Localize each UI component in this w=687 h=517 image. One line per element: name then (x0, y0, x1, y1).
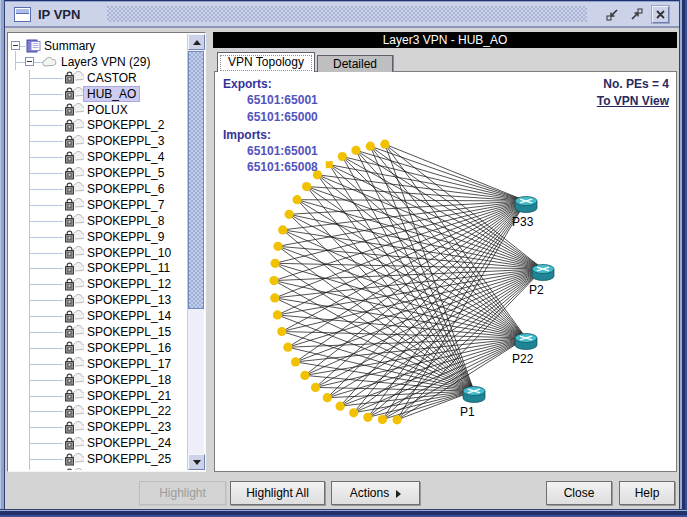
tree-node-spokeppl_7[interactable]: SPOKEPPL_7 (9, 197, 187, 213)
ce-node[interactable] (285, 210, 294, 219)
ce-node[interactable] (283, 343, 292, 352)
tree-node-spokeppl_13[interactable]: SPOKEPPL_13 (9, 292, 187, 308)
ce-node[interactable] (366, 142, 375, 151)
lock-cloud-icon (64, 421, 84, 434)
window-border-bottom (0, 509, 687, 517)
tree-node-spokeppl_3[interactable]: SPOKEPPL_3 (9, 133, 187, 149)
ce-node[interactable] (393, 415, 402, 424)
lock-cloud-icon (64, 453, 84, 466)
tree-node-spokeppl_24[interactable]: SPOKEPPL_24 (9, 435, 187, 451)
tree-node-spokeppl_8[interactable]: SPOKEPPL_8 (9, 213, 187, 229)
scroll-down-button[interactable] (188, 454, 205, 470)
tree-node-spokeppl_9[interactable]: SPOKEPPL_9 (9, 229, 187, 245)
tree-node-layer3-vpn[interactable]: Layer3 VPN (29) (9, 54, 187, 70)
pe-label: P1 (460, 405, 475, 419)
pe-label: P22 (512, 352, 534, 366)
tree-node-partial[interactable]: SPOKEPPL_26 (9, 467, 187, 470)
tree-node-summary[interactable]: Summary (9, 38, 187, 54)
ce-node[interactable] (278, 225, 287, 234)
ce-node[interactable] (302, 182, 311, 191)
lock-cloud-icon (64, 214, 84, 227)
pe-label: P2 (529, 283, 544, 297)
tree-node-spokeppl_16[interactable]: SPOKEPPL_16 (9, 340, 187, 356)
lock-cloud-icon (64, 278, 84, 291)
pe-node-P1[interactable]: P1 (460, 387, 485, 420)
tree-node-spokeppl_12[interactable]: SPOKEPPL_12 (9, 276, 187, 292)
close-icon[interactable] (652, 6, 669, 23)
lock-cloud-icon (64, 389, 84, 402)
tree-node-spokeppl_10[interactable]: SPOKEPPL_10 (9, 245, 187, 261)
tree-node-hub_ao[interactable]: HUB_AO (9, 86, 187, 102)
ce-node[interactable] (349, 408, 358, 417)
ce-node[interactable] (326, 161, 333, 168)
exports-label: Exports: (223, 77, 272, 91)
actions-button[interactable]: Actions (331, 481, 420, 505)
window-title: IP VPN (38, 7, 80, 22)
tree-node-spokeppl_15[interactable]: SPOKEPPL_15 (9, 324, 187, 340)
ce-node[interactable] (269, 276, 278, 285)
tree-node-spokeppl_6[interactable]: SPOKEPPL_6 (9, 181, 187, 197)
tab-detailed[interactable]: Detailed (317, 55, 393, 72)
ce-node[interactable] (380, 140, 389, 149)
ce-node[interactable] (273, 310, 282, 319)
ce-node[interactable] (336, 402, 345, 411)
ce-node[interactable] (277, 327, 286, 336)
tree-scrollbar[interactable] (187, 34, 204, 470)
ce-node[interactable] (291, 357, 300, 366)
vpn-tree[interactable]: SummaryLayer3 VPN (29)CASTORHUB_AOPOLUXS… (9, 34, 187, 470)
lock-cloud-icon (64, 294, 84, 307)
imports-label: Imports: (223, 128, 271, 142)
lock-cloud-icon (64, 182, 84, 195)
summary-icon (26, 39, 41, 53)
ce-node[interactable] (311, 383, 320, 392)
lock-cloud-icon (64, 357, 84, 370)
import-target: 65101:65008 (247, 160, 318, 174)
help-button[interactable]: Help (619, 481, 675, 505)
highlight-button[interactable]: Highlight (139, 481, 226, 505)
tree-node-spokeppl_14[interactable]: SPOKEPPL_14 (9, 308, 187, 324)
tree-node-spokeppl_22[interactable]: SPOKEPPL_22 (9, 403, 187, 419)
menu-arrow-icon (396, 490, 401, 498)
ce-node[interactable] (300, 371, 309, 380)
pe-node-P2[interactable]: P2 (529, 265, 554, 298)
tree-node-spokeppl_5[interactable]: SPOKEPPL_5 (9, 165, 187, 181)
ce-node[interactable] (273, 242, 282, 251)
ce-node[interactable] (323, 393, 332, 402)
tree-node-spokeppl_25[interactable]: SPOKEPPL_25 (9, 451, 187, 467)
tree-node-spokeppl_4[interactable]: SPOKEPPL_4 (9, 149, 187, 165)
tab-vpn-topology[interactable]: VPN Topology (217, 52, 315, 72)
maximize-icon[interactable] (628, 6, 645, 23)
vpn-tree-panel: SummaryLayer3 VPN (29)CASTORHUB_AOPOLUXS… (7, 32, 206, 472)
tree-node-castor[interactable]: CASTOR (9, 70, 187, 86)
highlight-all-button[interactable]: Highlight All (230, 481, 325, 505)
collapse-toggle[interactable] (25, 57, 34, 66)
close-button[interactable]: Close (546, 481, 612, 505)
minimize-icon[interactable] (604, 6, 621, 23)
ce-node[interactable] (338, 152, 347, 161)
ce-node[interactable] (363, 413, 372, 422)
pe-count: No. PEs = 4 (603, 77, 669, 91)
tree-node-spokeppl_2[interactable]: SPOKEPPL_2 (9, 117, 187, 133)
lock-cloud-icon (64, 246, 84, 259)
tree-node-spokeppl_23[interactable]: SPOKEPPL_23 (9, 419, 187, 435)
ce-node[interactable] (293, 195, 302, 204)
ce-node[interactable] (271, 259, 280, 268)
ce-node[interactable] (378, 415, 387, 424)
to-vpn-view-link[interactable]: To VPN View (597, 94, 669, 108)
tree-node-spokeppl_18[interactable]: SPOKEPPL_18 (9, 372, 187, 388)
ce-node[interactable] (351, 146, 360, 155)
scroll-up-button[interactable] (188, 34, 205, 50)
tree-node-spokeppl_11[interactable]: SPOKEPPL_11 (9, 260, 187, 276)
lock-cloud-icon (64, 198, 84, 211)
tree-node-spokeppl_17[interactable]: SPOKEPPL_17 (9, 356, 187, 372)
scrollbar-thumb[interactable] (188, 51, 204, 309)
topology-canvas[interactable]: P33P2P22P1 (215, 72, 676, 471)
ce-node[interactable] (270, 293, 279, 302)
tree-node-spokeppl_21[interactable]: SPOKEPPL_21 (9, 388, 187, 404)
collapse-toggle[interactable] (11, 41, 20, 50)
tree-node-polux[interactable]: POLUX (9, 102, 187, 118)
export-target: 65101:65000 (247, 110, 318, 124)
window-icon (14, 7, 31, 22)
titlebar-texture (107, 6, 587, 22)
pe-node-P22[interactable]: P22 (512, 334, 537, 367)
